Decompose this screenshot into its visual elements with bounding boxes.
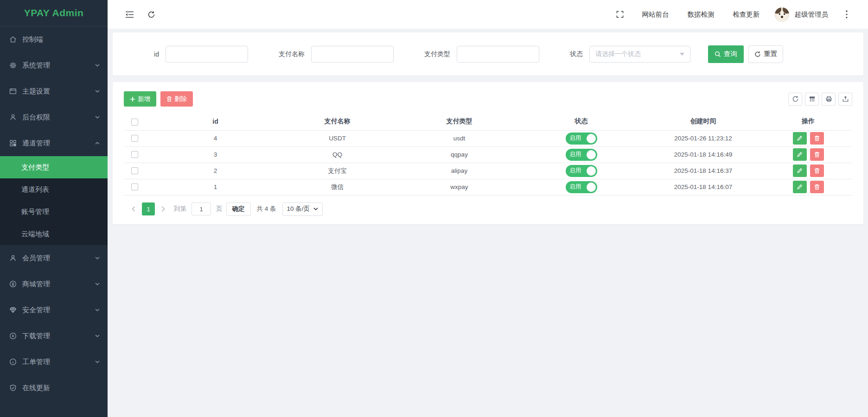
- page-size-select[interactable]: 10 条/页: [282, 202, 323, 216]
- cell-id: 1: [154, 179, 276, 195]
- sidebar-item-label: 系统管理: [22, 61, 50, 70]
- avatar[interactable]: [775, 7, 789, 22]
- main-area: 网站前台 数据检测 检查更新 超级管理员 id 支付名称 支付类型: [108, 0, 868, 417]
- select-placeholder: 请选择一个状态: [595, 50, 641, 58]
- topbar-link-check-update[interactable]: 检查更新: [733, 10, 760, 19]
- toggle-knob: [587, 150, 596, 159]
- filter-type-label: 支付类型: [424, 50, 450, 58]
- print-button[interactable]: [822, 93, 836, 106]
- table-toolbar: 新增 删除: [124, 91, 852, 107]
- status-toggle[interactable]: 启用: [566, 181, 597, 193]
- cell-type: wxpay: [398, 179, 520, 195]
- col-type: 支付类型: [398, 113, 520, 130]
- row-delete-button[interactable]: [810, 148, 824, 161]
- sidebar-item-permission[interactable]: 后台权限: [0, 104, 108, 130]
- sidebar-item-theme[interactable]: 主题设置: [0, 78, 108, 104]
- user-name[interactable]: 超级管理员: [795, 10, 829, 19]
- status-toggle[interactable]: 启用: [566, 165, 597, 177]
- delete-button[interactable]: 删除: [160, 91, 193, 107]
- filter-id-input[interactable]: [166, 46, 248, 63]
- refresh-page-icon[interactable]: [147, 11, 155, 19]
- next-page-icon[interactable]: [159, 206, 167, 212]
- cell-type: qqpay: [398, 146, 520, 163]
- filter-status-select[interactable]: 请选择一个状态: [589, 46, 690, 63]
- filter-type-input[interactable]: [457, 46, 539, 63]
- collapse-sidebar-icon[interactable]: [125, 11, 134, 18]
- row-delete-button[interactable]: [810, 132, 824, 145]
- row-delete-button[interactable]: [810, 164, 824, 177]
- edit-button[interactable]: [793, 132, 807, 145]
- filter-bar: id 支付名称 支付类型 状态 请选择一个状态 查询: [113, 32, 863, 76]
- reset-button[interactable]: 重置: [748, 45, 783, 63]
- export-button[interactable]: [838, 93, 852, 106]
- refresh-table-button[interactable]: [788, 93, 802, 106]
- edit-button[interactable]: [793, 148, 807, 161]
- submenu-item-pay-type[interactable]: 支付类型: [0, 156, 108, 178]
- status-toggle[interactable]: 启用: [566, 149, 597, 161]
- status-toggle[interactable]: 启用: [566, 133, 597, 145]
- more-menu-icon[interactable]: [846, 10, 848, 19]
- search-button[interactable]: 查询: [708, 45, 744, 63]
- sidebar-item-update[interactable]: 在线更新: [0, 375, 108, 401]
- goto-confirm-button[interactable]: 确定: [226, 202, 251, 216]
- pencil-icon: [797, 168, 803, 174]
- plus-icon: [130, 96, 135, 102]
- select-all-checkbox[interactable]: [131, 119, 138, 126]
- sidebar-item-label: 商城管理: [22, 280, 50, 289]
- filter-status-label: 状态: [570, 50, 583, 58]
- cell-name: QQ: [276, 146, 398, 163]
- cell-id: 3: [154, 146, 276, 163]
- submenu-item-account[interactable]: 账号管理: [0, 201, 108, 223]
- download-icon: [9, 332, 17, 340]
- col-created: 创建时间: [642, 113, 764, 130]
- sidebar-item-system[interactable]: 系统管理: [0, 52, 108, 78]
- sidebar-item-security[interactable]: 安全管理: [0, 297, 108, 323]
- row-checkbox[interactable]: [131, 167, 138, 174]
- col-actions: 操作: [764, 113, 852, 130]
- sidebar-item-download[interactable]: 下载管理: [0, 323, 108, 349]
- row-checkbox[interactable]: [131, 135, 138, 142]
- caret-down-icon: [680, 53, 684, 56]
- refresh-icon: [792, 95, 799, 102]
- row-checkbox[interactable]: [131, 183, 138, 190]
- submenu-item-cloud-region[interactable]: 云端地域: [0, 223, 108, 245]
- trash-icon: [166, 96, 172, 102]
- table-panel: 新增 删除: [113, 82, 863, 224]
- trash-icon: [814, 168, 820, 174]
- add-button[interactable]: 新增: [124, 91, 156, 107]
- table-row: 4 USDT usdt 启用 2025-01-26 11:23:12: [124, 130, 852, 146]
- goto-page-input[interactable]: [191, 202, 211, 215]
- shield-check-icon: [9, 384, 17, 392]
- pencil-icon: [797, 135, 803, 141]
- edit-button[interactable]: [793, 181, 807, 193]
- edit-button[interactable]: [793, 164, 807, 177]
- total-count: 共 4 条: [257, 205, 276, 213]
- app-logo: YPAY Admin: [0, 0, 108, 26]
- row-checkbox[interactable]: [131, 151, 138, 158]
- chevron-down-icon: [313, 208, 318, 210]
- col-status: 状态: [520, 113, 642, 130]
- topbar-link-site-front[interactable]: 网站前台: [642, 10, 669, 19]
- channel-submenu: 支付类型 通道列表 账号管理 云端地域: [0, 156, 108, 245]
- table-row: 3 QQ qqpay 启用 2025-01-18 14:16:49: [124, 146, 852, 163]
- cell-created: 2025-01-18 14:16:37: [642, 163, 764, 179]
- sidebar-item-member[interactable]: 会员管理: [0, 245, 108, 271]
- current-page[interactable]: 1: [142, 202, 155, 215]
- prev-page-icon[interactable]: [129, 206, 138, 212]
- sidebar-item-mall[interactable]: 商城管理: [0, 271, 108, 297]
- toggle-knob: [587, 134, 596, 143]
- sidebar-item-label: 控制端: [22, 35, 43, 44]
- sidebar-item-label: 工单管理: [22, 358, 50, 366]
- toggle-columns-button[interactable]: [805, 93, 819, 106]
- filter-name-input[interactable]: [311, 46, 394, 63]
- sidebar-item-channel[interactable]: 通道管理: [0, 130, 108, 156]
- submenu-item-channel-list[interactable]: 通道列表: [0, 178, 108, 201]
- sidebar-item-control[interactable]: 控制端: [0, 26, 108, 52]
- sidebar-item-ticket[interactable]: 工单管理: [0, 349, 108, 375]
- fullscreen-icon[interactable]: [616, 11, 624, 18]
- chevron-down-icon: [95, 90, 100, 93]
- row-delete-button[interactable]: [810, 181, 824, 193]
- chevron-down-icon: [95, 257, 100, 259]
- cell-type: alipay: [398, 163, 520, 179]
- topbar-link-data-check[interactable]: 数据检测: [688, 10, 715, 19]
